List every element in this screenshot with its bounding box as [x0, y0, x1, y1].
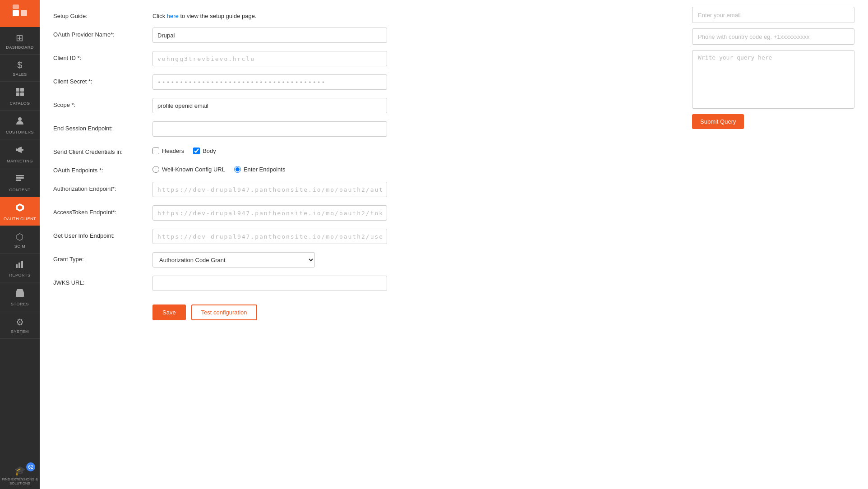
setup-guide-text: Click here to view the setup guide page.: [152, 9, 257, 19]
setup-guide-label: Setup Guide:: [53, 9, 152, 19]
sidebar-item-marketing[interactable]: MARKETING: [0, 139, 40, 168]
enter-endpoints-radio-label[interactable]: Enter Endpoints: [234, 166, 286, 173]
oauth-endpoints-label: OAuth Endpoints *:: [53, 163, 152, 174]
body-label: Body: [203, 148, 216, 154]
sidebar-label-sales: SALES: [13, 72, 27, 77]
svg-rect-8: [22, 149, 23, 151]
sidebar-label-customers: CUSTOMERS: [6, 130, 34, 134]
user-info-label: Get User Info Endpoint:: [53, 229, 152, 239]
grant-type-label: Grant Type:: [53, 252, 152, 263]
setup-guide-link[interactable]: here: [167, 13, 179, 19]
scope-row: Scope *:: [53, 98, 459, 113]
client-secret-input[interactable]: [152, 74, 387, 90]
end-session-row: End Session Endpoint:: [53, 121, 459, 137]
jwks-input[interactable]: [152, 276, 387, 291]
well-known-radio-label[interactable]: Well-Known Config URL: [152, 166, 225, 173]
endpoints-radios: Well-Known Config URL Enter Endpoints: [152, 163, 285, 173]
test-configuration-button[interactable]: Test configuration: [191, 304, 257, 320]
well-known-radio[interactable]: [152, 166, 159, 173]
access-token-input[interactable]: [152, 205, 387, 221]
client-secret-row: Client Secret *:: [53, 74, 459, 90]
sidebar: ⊞ DASHBOARD $ SALES CATALOG: [0, 0, 40, 489]
jwks-label: JWKS URL:: [53, 276, 152, 286]
help-icon: 🎓: [14, 465, 26, 476]
client-secret-label: Client Secret *:: [53, 74, 152, 85]
sidebar-item-content[interactable]: CONTENT: [0, 168, 40, 197]
headers-checkbox[interactable]: [152, 148, 159, 154]
credentials-checkboxes: Headers Body: [152, 145, 216, 154]
svg-rect-3: [16, 88, 19, 92]
oauth-provider-input[interactable]: [152, 28, 387, 43]
sidebar-item-wrapper-reports: REPORTS: [0, 254, 40, 282]
sidebar-label-scim: SCIM: [14, 244, 26, 249]
sidebar-item-sales[interactable]: $ SALES: [0, 55, 40, 82]
sidebar-item-wrapper-sales: $ SALES: [0, 55, 40, 82]
svg-rect-6: [20, 92, 24, 96]
sidebar-item-wrapper-stores: STORES: [0, 282, 40, 311]
svg-rect-15: [18, 263, 20, 268]
sidebar-item-wrapper-oauth: OAUTH CLIENT: [0, 197, 40, 226]
end-session-input[interactable]: [152, 121, 387, 137]
end-session-label: End Session Endpoint:: [53, 121, 152, 132]
save-button[interactable]: Save: [152, 304, 186, 320]
client-id-input[interactable]: [152, 51, 387, 66]
svg-rect-18: [18, 294, 21, 297]
sidebar-item-catalog[interactable]: CATALOG: [0, 82, 40, 111]
sidebar-item-dashboard[interactable]: ⊞ DASHBOARD: [0, 27, 40, 55]
sidebar-item-system[interactable]: ⚙ SYSTEM: [0, 311, 40, 339]
auth-endpoint-input[interactable]: [152, 182, 387, 197]
access-token-row: AccessToken Endpoint*:: [53, 205, 459, 221]
sidebar-item-help[interactable]: 62 🎓 FIND EXTENSIONS & SOLUTIONS: [0, 461, 40, 489]
submit-query-button[interactable]: Submit Query: [692, 114, 744, 129]
user-info-row: Get User Info Endpoint:: [53, 229, 459, 244]
marketing-icon: [15, 145, 25, 157]
notification-badge: 62: [26, 462, 35, 471]
phone-input[interactable]: [692, 28, 854, 45]
oauth-provider-label: OAuth Provider Name*:: [53, 28, 152, 38]
body-checkbox[interactable]: [193, 148, 200, 154]
sidebar-item-wrapper-dashboard: ⊞ DASHBOARD: [0, 27, 40, 55]
auth-endpoint-label: Authorization Endpoint*:: [53, 182, 152, 192]
setup-guide-prefix: Click: [152, 13, 167, 19]
svg-rect-5: [16, 92, 19, 96]
svg-rect-10: [16, 177, 24, 179]
main-content: Setup Guide: Click here to view the setu…: [40, 0, 868, 489]
catalog-icon: [15, 87, 25, 99]
email-input[interactable]: [692, 7, 854, 23]
enter-endpoints-radio[interactable]: [234, 166, 241, 173]
sidebar-label-system: SYSTEM: [11, 329, 29, 334]
sidebar-item-wrapper-system: ⚙ SYSTEM: [0, 311, 40, 339]
sidebar-item-oauth[interactable]: OAUTH CLIENT: [0, 197, 40, 226]
user-info-input[interactable]: [152, 229, 387, 244]
setup-guide-row: Setup Guide: Click here to view the setu…: [53, 9, 459, 19]
auth-endpoint-row: Authorization Endpoint*:: [53, 182, 459, 197]
form-buttons: Save Test configuration: [152, 304, 459, 320]
headers-label: Headers: [162, 148, 184, 154]
sidebar-item-scim[interactable]: ⬡ SCIM: [0, 226, 40, 254]
right-panel: Submit Query: [692, 7, 854, 129]
sidebar-item-wrapper-marketing: MARKETING: [0, 139, 40, 168]
oauth-provider-row: OAuth Provider Name*:: [53, 28, 459, 43]
svg-rect-14: [16, 264, 18, 268]
svg-rect-2: [13, 5, 19, 9]
sidebar-item-wrapper-customers: CUSTOMERS: [0, 111, 40, 139]
sidebar-item-stores[interactable]: STORES: [0, 282, 40, 311]
jwks-row: JWKS URL:: [53, 276, 459, 291]
query-textarea[interactable]: [692, 50, 854, 109]
sidebar-label-oauth: OAUTH CLIENT: [4, 217, 36, 221]
sidebar-label-catalog: CATALOG: [9, 101, 30, 106]
grant-type-select[interactable]: Authorization Code Grant Implicit Grant …: [152, 252, 315, 268]
sales-icon: $: [17, 60, 23, 70]
system-icon: ⚙: [16, 317, 24, 328]
sidebar-item-reports[interactable]: REPORTS: [0, 254, 40, 282]
scope-input[interactable]: [152, 98, 387, 113]
headers-checkbox-label[interactable]: Headers: [152, 148, 184, 154]
reports-icon: [15, 259, 25, 271]
body-checkbox-label[interactable]: Body: [193, 148, 216, 154]
svg-rect-4: [20, 88, 24, 92]
sidebar-item-customers[interactable]: CUSTOMERS: [0, 111, 40, 139]
send-credentials-label: Send Client Credentials in:: [53, 145, 152, 155]
dashboard-icon: ⊞: [16, 32, 24, 43]
svg-rect-11: [16, 180, 21, 181]
oauth-endpoints-row: OAuth Endpoints *: Well-Known Config URL…: [53, 163, 459, 174]
